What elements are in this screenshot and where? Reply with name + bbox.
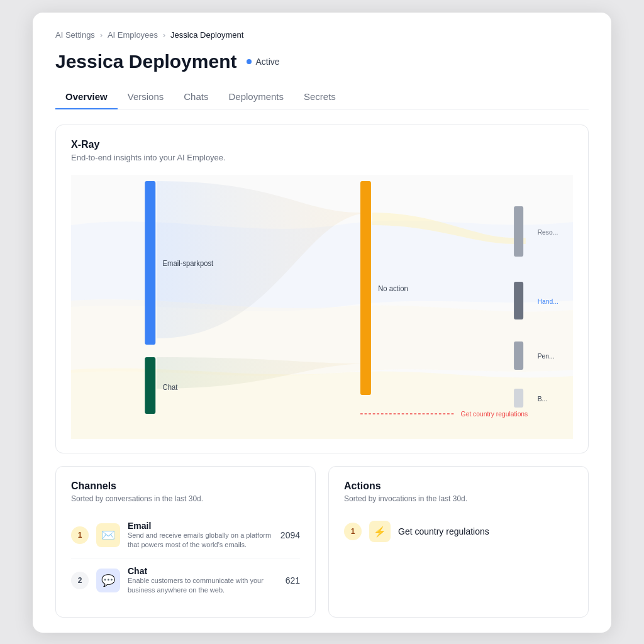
main-content: X-Ray End-to-end insights into your AI E…: [33, 109, 611, 633]
channels-title: Channels: [71, 480, 300, 492]
status-label: Active: [255, 57, 279, 67]
svg-rect-11: [514, 341, 523, 370]
svg-text:Chat: Chat: [163, 383, 179, 391]
channels-subtitle: Sorted by conversations in the last 30d.: [71, 494, 300, 503]
channel-icon-email: ✉️: [96, 523, 120, 547]
actions-card: Actions Sorted by invocations in the las…: [328, 466, 589, 618]
breadcrumb-current: Jessica Deployment: [170, 30, 243, 40]
actions-title: Actions: [344, 480, 573, 492]
channel-info-email: Email Send and receive emails globally o…: [128, 521, 273, 550]
action-name-1: Get country regulations: [398, 526, 489, 536]
xray-chart: Email-sparkpost Chat No action Reso... H…: [71, 175, 573, 439]
svg-rect-7: [514, 206, 523, 257]
channel-desc-chat: Enable customers to communicate with you…: [128, 576, 278, 596]
svg-text:No action: No action: [378, 284, 408, 292]
status-badge: Active: [247, 57, 279, 67]
svg-text:Reso...: Reso...: [538, 228, 558, 236]
title-row: Jessica Deployment Active: [55, 51, 589, 72]
status-dot: [247, 59, 252, 64]
bottom-row: Channels Sorted by conversations in the …: [55, 466, 589, 618]
breadcrumb: AI Settings › AI Employees › Jessica Dep…: [55, 30, 589, 40]
channel-icon-chat: 💬: [96, 569, 120, 592]
svg-text:Hand...: Hand...: [538, 297, 558, 305]
svg-text:B...: B...: [538, 395, 547, 402]
action-item-1: 1 ⚡ Get country regulations: [344, 513, 573, 550]
tabs-nav: Overview Versions Chats Deployments Secr…: [55, 85, 589, 109]
channel-item-2: 2 💬 Chat Enable customers to communicate…: [71, 558, 300, 603]
actions-subtitle: Sorted by invocations in the last 30d.: [344, 494, 573, 503]
tab-versions[interactable]: Versions: [118, 85, 174, 109]
action-rank-1: 1: [344, 523, 362, 540]
tab-overview[interactable]: Overview: [55, 85, 118, 109]
svg-rect-5: [360, 181, 371, 395]
breadcrumb-ai-settings[interactable]: AI Settings: [55, 30, 95, 40]
svg-text:Email-sparkpost: Email-sparkpost: [163, 259, 214, 267]
xray-subtitle: End-to-end insights into your AI Employe…: [71, 153, 573, 162]
action-icon-1: ⚡: [369, 521, 391, 542]
main-card: AI Settings › AI Employees › Jessica Dep…: [33, 13, 611, 633]
svg-rect-13: [514, 389, 523, 408]
svg-text:Pen...: Pen...: [538, 352, 555, 360]
tab-secrets[interactable]: Secrets: [294, 85, 346, 109]
channel-name-chat: Chat: [128, 566, 278, 576]
channel-item-1: 1 ✉️ Email Send and receive emails globa…: [71, 513, 300, 558]
channel-name-email: Email: [128, 521, 273, 531]
channel-count-chat: 621: [286, 575, 300, 586]
svg-rect-3: [145, 357, 155, 414]
breadcrumb-sep-1: ›: [100, 31, 103, 40]
channel-rank-1: 1: [71, 526, 89, 544]
channel-info-chat: Chat Enable customers to communicate wit…: [128, 566, 278, 596]
xray-title: X-Ray: [71, 139, 573, 150]
channels-card: Channels Sorted by conversations in the …: [55, 466, 316, 618]
breadcrumb-ai-employees[interactable]: AI Employees: [108, 30, 158, 40]
channel-desc-email: Send and receive emails globally on a pl…: [128, 531, 273, 550]
tab-deployments[interactable]: Deployments: [218, 85, 294, 109]
svg-rect-9: [514, 282, 523, 319]
page-header: AI Settings › AI Employees › Jessica Dep…: [33, 13, 611, 109]
svg-rect-1: [145, 181, 155, 345]
channel-rank-2: 2: [71, 572, 89, 589]
xray-card: X-Ray End-to-end insights into your AI E…: [55, 125, 589, 453]
breadcrumb-sep-2: ›: [163, 31, 165, 40]
svg-text:Get country regulations: Get country regulations: [461, 410, 528, 418]
tab-chats[interactable]: Chats: [174, 85, 218, 109]
channel-count-email: 2094: [280, 530, 300, 540]
page-title: Jessica Deployment: [55, 51, 236, 72]
sankey-svg: Email-sparkpost Chat No action Reso... H…: [71, 175, 573, 439]
